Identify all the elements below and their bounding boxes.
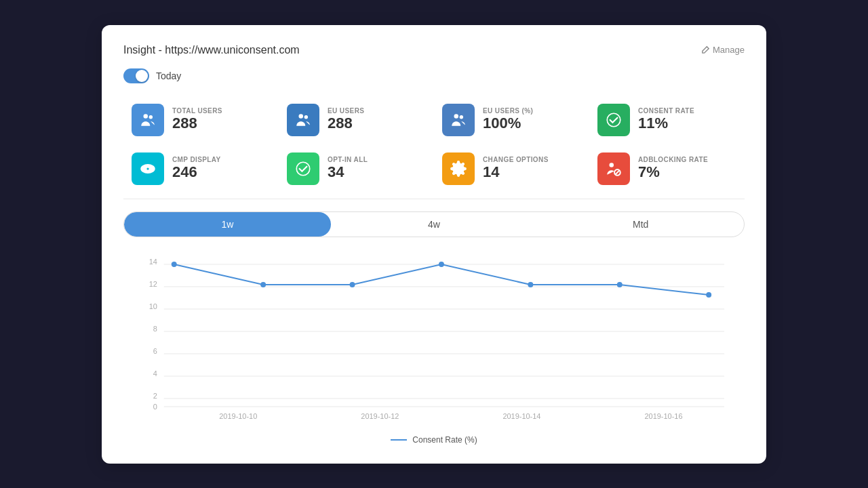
metric-adblocking-rate: ADBLOCKING RATE 7% [589, 146, 745, 192]
adblocking-rate-label: ADBLOCKING RATE [638, 156, 708, 163]
eu-users-value: 288 [328, 115, 364, 132]
svg-text:2019-10-14: 2019-10-14 [502, 411, 540, 420]
card-header: Insight - https://www.uniconsent.com Man… [123, 44, 745, 56]
metrics-row-1: TOTAL USERS 288 EU USERS 288 EU USERS (%… [123, 97, 745, 143]
svg-point-37 [439, 262, 444, 267]
metric-consent-rate: CONSENT RATE 11% [589, 97, 745, 143]
total-users-value: 288 [172, 115, 222, 132]
cmp-display-icon-bg [132, 152, 164, 185]
svg-point-2 [299, 114, 304, 119]
svg-point-10 [296, 162, 310, 176]
eu-users-pct-value: 100% [483, 115, 533, 132]
metric-opt-in-all: OPT-IN ALL 34 [279, 146, 434, 192]
svg-point-34 [172, 262, 177, 267]
tab-mtd[interactable]: Mtd [537, 212, 744, 237]
metric-change-options: CHANGE OPTIONS 14 [434, 146, 589, 192]
block-icon [605, 160, 623, 178]
svg-text:12: 12 [149, 279, 157, 287]
eu-users-label: EU USERS [328, 107, 364, 115]
svg-text:2019-10-16: 2019-10-16 [644, 411, 682, 420]
consent-rate-value: 11% [638, 115, 694, 132]
chart-area: 0 2 4 6 8 10 12 14 2019-10-10 2019-10-12… [130, 251, 738, 447]
change-options-label: CHANGE OPTIONS [483, 156, 549, 163]
adblocking-rate-value: 7% [638, 163, 708, 181]
change-options-icon-bg [442, 152, 475, 185]
svg-text:2: 2 [153, 391, 157, 399]
svg-point-11 [610, 163, 614, 167]
check-circle-icon [294, 160, 312, 178]
eu-users-pct-label: EU USERS (%) [483, 107, 533, 115]
total-users-icon-bg [132, 104, 164, 136]
eu-users-pct-icon-bg [442, 104, 475, 136]
eu-users-icon [294, 111, 312, 129]
svg-point-3 [304, 115, 308, 118]
metric-eu-users-pct: EU USERS (%) 100% [434, 97, 589, 143]
svg-point-5 [460, 115, 463, 118]
metric-cmp-display: CMP DISPLAY 246 [123, 146, 279, 192]
tab-1w[interactable]: 1w [124, 212, 331, 237]
legend-label: Consent Rate (%) [412, 435, 477, 445]
chart-legend: Consent Rate (%) [130, 435, 738, 445]
manage-link[interactable]: Manage [701, 45, 745, 55]
cmp-display-value: 246 [172, 163, 221, 181]
change-options-value: 14 [483, 163, 549, 181]
divider [123, 199, 745, 199]
toggle-label: Today [156, 70, 181, 81]
checkmark-icon [605, 111, 623, 129]
adblocking-icon-bg [597, 152, 630, 185]
consent-rate-label: CONSENT RATE [638, 107, 694, 115]
svg-point-9 [146, 167, 149, 169]
today-toggle[interactable] [123, 68, 149, 83]
tabs-row: 1w 4w Mtd [123, 211, 745, 237]
main-card: Insight - https://www.uniconsent.com Man… [102, 25, 766, 464]
edit-icon [701, 45, 710, 54]
gear-icon [450, 160, 467, 178]
opt-in-all-value: 34 [328, 163, 368, 181]
svg-text:2019-10-12: 2019-10-12 [361, 411, 399, 420]
svg-point-36 [350, 282, 355, 287]
svg-text:4: 4 [153, 369, 157, 377]
svg-point-1 [149, 115, 153, 118]
metric-eu-users: EU USERS 288 [279, 97, 434, 143]
svg-line-13 [615, 170, 620, 174]
svg-point-35 [260, 282, 266, 287]
metrics-row-2: CMP DISPLAY 246 OPT-IN ALL 34 CHANGE OPT… [123, 146, 745, 192]
line-chart: 0 2 4 6 8 10 12 14 2019-10-10 2019-10-12… [130, 251, 738, 427]
svg-point-0 [144, 114, 149, 119]
users-icon [139, 111, 157, 129]
svg-text:2019-10-10: 2019-10-10 [219, 411, 257, 420]
opt-in-icon-bg [287, 152, 319, 185]
metric-total-users: TOTAL USERS 288 [123, 97, 279, 143]
cmp-display-label: CMP DISPLAY [172, 156, 221, 163]
page-title: Insight - https://www.uniconsent.com [123, 44, 300, 56]
svg-point-4 [454, 114, 459, 119]
legend-line-icon [391, 439, 407, 441]
svg-text:0: 0 [153, 402, 157, 410]
total-users-label: TOTAL USERS [172, 107, 222, 115]
eu-users-pct-icon [450, 111, 467, 129]
svg-text:14: 14 [149, 257, 157, 265]
consent-rate-icon-bg [597, 104, 630, 136]
svg-point-6 [607, 113, 620, 127]
tab-4w[interactable]: 4w [331, 212, 538, 237]
svg-point-39 [617, 282, 623, 287]
eye-icon [139, 160, 157, 178]
opt-in-all-label: OPT-IN ALL [328, 156, 368, 163]
svg-text:10: 10 [149, 302, 157, 310]
toggle-row: Today [123, 68, 745, 83]
svg-text:8: 8 [153, 324, 157, 332]
svg-point-40 [706, 292, 711, 298]
svg-point-38 [528, 282, 533, 287]
eu-users-icon-bg [287, 104, 319, 136]
svg-text:6: 6 [153, 346, 157, 354]
